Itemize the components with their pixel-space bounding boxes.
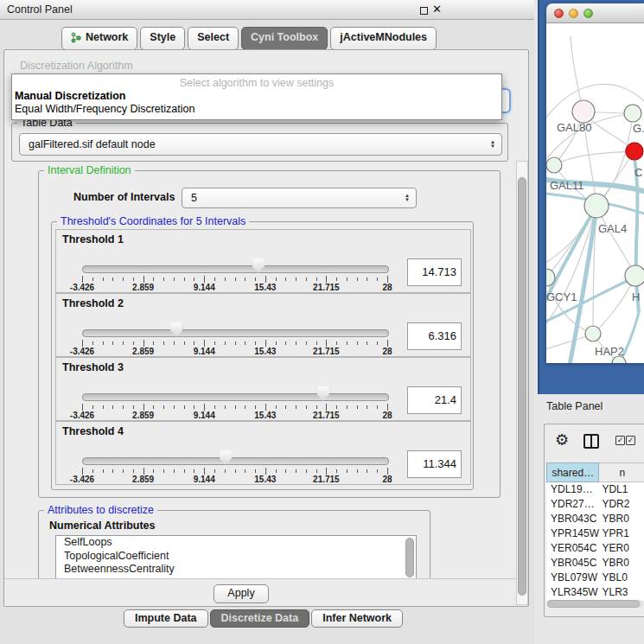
tick-mark [255, 341, 256, 345]
apply-button[interactable]: Apply [214, 584, 269, 603]
tick-mark [235, 277, 236, 281]
threshold-value-field[interactable]: 6.316 [407, 322, 462, 350]
checkbox-icon[interactable]: ✓ [615, 436, 625, 445]
network-node[interactable] [626, 143, 643, 160]
close-traffic-light-icon[interactable] [554, 9, 564, 18]
table-hscroll-thumb[interactable] [547, 600, 640, 608]
threshold-value-field[interactable]: 11.344 [407, 450, 462, 478]
tab-infer-network[interactable]: Infer Network [311, 609, 403, 628]
tick-mark [92, 277, 93, 281]
tick-mark [387, 404, 388, 411]
table-row[interactable]: YDL19…YDL1 [546, 482, 644, 497]
tick-mark [285, 341, 286, 345]
threshold-value-field[interactable]: 21.4 [407, 386, 462, 414]
attribute-list-item[interactable]: TopologicalCoefficient [56, 550, 416, 564]
tab-label: jActiveMNodules [340, 31, 427, 43]
tick-label: -3.426 [70, 283, 94, 292]
network-node[interactable] [625, 265, 644, 286]
float-panel-icon[interactable] [420, 7, 428, 15]
threshold-row: Threshold 3-3.4262.8599.14415.4321.71528… [55, 357, 471, 421]
tick-mark [133, 277, 134, 281]
table-row[interactable]: YBR045CYBR0 [546, 556, 644, 571]
tab-network[interactable]: Network [61, 27, 137, 50]
numerical-attributes-list[interactable]: SelfLoopsTopologicalCoefficientBetweenne… [55, 535, 417, 579]
tick-label: 9.144 [194, 347, 215, 356]
list-scrollbar[interactable] [405, 538, 414, 577]
close-icon[interactable]: ✕ [432, 3, 442, 16]
thresholds-group-label: Threshold's Coordinates for 5 Intervals [57, 215, 249, 227]
tick-mark [347, 277, 348, 281]
threshold-label: Threshold 3 [62, 361, 124, 373]
dropdown-item-equal-width[interactable]: Equal Width/Frequency Discretization [15, 103, 194, 115]
content-scrollbar-thumb[interactable] [518, 177, 526, 596]
table-horizontal-scrollbar[interactable] [547, 600, 643, 608]
tick-mark [153, 469, 154, 473]
tick-mark [82, 468, 83, 475]
table-row[interactable]: YER054CYER0 [546, 541, 644, 556]
columns-icon[interactable] [583, 434, 599, 449]
tab-jactivemnodules[interactable]: jActiveMNodules [330, 27, 437, 50]
tick-mark [357, 277, 358, 281]
tab-select[interactable]: Select [188, 27, 239, 50]
tick-label: -3.426 [70, 347, 94, 356]
tick-mark [82, 404, 83, 411]
table-row[interactable]: YDR27…YDR2 [546, 497, 644, 512]
table-row[interactable]: YPR145WYPR1 [546, 526, 644, 541]
slider-track[interactable] [82, 393, 389, 401]
tab-cyni-toolbox[interactable]: Cyni Toolbox [241, 27, 328, 50]
tab-impute-data[interactable]: Impute Data [124, 609, 208, 628]
dropdown-item-manual-discretization[interactable]: Manual Discretization [15, 90, 126, 102]
tick-mark [225, 341, 226, 345]
tick-mark [387, 276, 388, 283]
stepper-icon: ▲▼ [490, 140, 495, 149]
checkbox-icon[interactable]: ✓ [626, 436, 635, 445]
tick-mark [225, 405, 226, 409]
tick-mark [387, 468, 388, 475]
algorithm-dropdown-popup: Select algorithm to view settings Manual… [11, 73, 502, 120]
tick-mark [377, 277, 378, 281]
node-label: C [634, 166, 642, 179]
tick-mark [377, 469, 378, 473]
network-node[interactable] [584, 194, 609, 218]
table-row[interactable]: YBR043CYBR0 [546, 512, 644, 526]
node-label: GAL11 [550, 179, 584, 192]
table-row[interactable]: YBL079WYBL0 [546, 571, 644, 585]
threshold-value-field[interactable]: 14.713 [407, 258, 462, 286]
network-canvas[interactable]: GAL80G.CGAL11GAL4GCY1HHAP2 [546, 23, 644, 363]
control-panel: Control Panel ✕ NetworkStyleSelectCyni T… [0, 0, 534, 644]
tick-mark [336, 469, 337, 473]
slider-track[interactable] [82, 457, 389, 465]
tick-mark [194, 469, 194, 473]
attribute-list-item[interactable]: BetweennessCentrality [56, 563, 416, 577]
network-node[interactable] [585, 326, 601, 341]
content-scrollbar[interactable] [516, 161, 528, 605]
tick-mark [112, 405, 113, 409]
tick-label: 15.43 [254, 347, 276, 356]
network-node[interactable] [546, 157, 562, 173]
slider-ticks [82, 340, 387, 348]
attribute-list-item[interactable]: SelfLoops [56, 536, 416, 550]
slider-track[interactable] [82, 329, 389, 337]
tick-mark [184, 341, 185, 345]
gear-icon[interactable]: ⚙ [555, 430, 569, 450]
column-header-name[interactable]: n [599, 462, 644, 482]
tick-label: 21.715 [313, 411, 340, 420]
tick-mark [265, 276, 266, 283]
tab-discretize-data[interactable]: Discretize Data [210, 609, 310, 628]
column-header-shared-name[interactable]: shared… [546, 462, 599, 482]
cell-shared-name: YBR043C [546, 512, 602, 526]
tick-mark [316, 405, 317, 409]
slider-track[interactable] [82, 265, 389, 273]
tick-mark [377, 341, 378, 345]
tab-style[interactable]: Style [140, 27, 185, 50]
zoom-traffic-light-icon[interactable] [583, 9, 593, 18]
node-label: H [632, 290, 640, 303]
table-row[interactable]: YLR345WYLR3 [546, 585, 644, 600]
table-header-row: shared… n [546, 462, 644, 482]
minimize-traffic-light-icon[interactable] [569, 9, 578, 18]
number-of-intervals-combobox[interactable]: 5 ▲▼ [182, 188, 417, 208]
network-node[interactable] [572, 100, 595, 123]
tick-mark [204, 404, 205, 411]
network-node[interactable] [624, 105, 641, 122]
table-data-combobox[interactable]: galFiltered.sif default node ▲▼ [19, 133, 502, 156]
